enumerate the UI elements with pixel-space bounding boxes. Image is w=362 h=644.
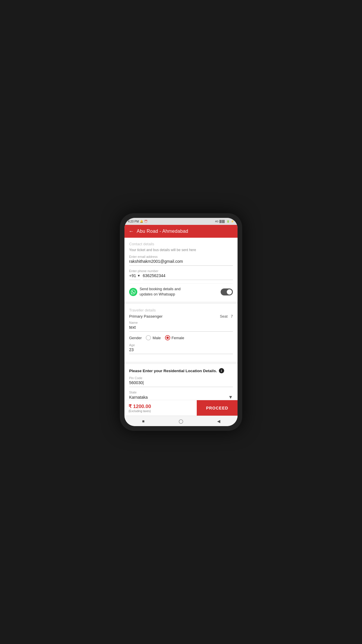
female-label: Female — [172, 336, 184, 340]
age-label: Age — [129, 343, 233, 347]
proceed-button[interactable]: PROCEED — [197, 400, 238, 416]
price-value: 1200.00 — [133, 404, 151, 409]
location-section: Please Enter your Residential Location D… — [124, 364, 238, 400]
whatsapp-row: Send booking details and updates on What… — [129, 284, 233, 299]
phone-row: +91 ▼ 6362562344 — [129, 273, 233, 280]
contact-details-section: Contact details Your ticket and bus deta… — [124, 238, 238, 302]
email-input[interactable]: rakshithakm2001@gmail.com — [129, 259, 233, 266]
section-divider-1 — [124, 302, 238, 304]
battery-icon: 🔋 — [226, 220, 230, 223]
dropdown-arrow-icon: ▼ — [137, 274, 140, 277]
clock-icon: ⏰ — [144, 220, 147, 223]
signal-icon: ▌▌▌ — [220, 220, 225, 223]
location-title: Please Enter your Residential Location D… — [129, 368, 233, 373]
name-label: Name — [129, 321, 233, 324]
traveller-section: Traveller details Primary Passenger Seat… — [124, 304, 238, 362]
section-divider-2 — [124, 362, 238, 364]
state-value: Karnataka — [129, 395, 148, 400]
alarm-icon: 🔔 — [140, 220, 143, 223]
whatsapp-left: Send booking details and updates on What… — [129, 287, 192, 297]
price-amount: ₹ 1200.00 — [129, 403, 197, 410]
page-title: Abu Road - Ahmedabad — [137, 229, 188, 234]
seat-number: 7 — [231, 314, 233, 318]
chevron-down-icon: ▼ — [228, 395, 233, 400]
gender-label: Gender — [129, 336, 142, 340]
price-section: ₹ 1200.00 (Excluding taxes) — [124, 403, 197, 413]
nav-bar: ■ ◯ ◀ — [124, 416, 238, 426]
phone-number-input[interactable]: 6362562344 — [143, 273, 233, 280]
male-label: Male — [152, 336, 161, 340]
contact-section-title: Contact details — [129, 242, 233, 246]
pincode-value: 560030 — [129, 380, 143, 385]
passenger-header: Primary Passenger Seat 7 — [129, 314, 233, 318]
cursor — [143, 381, 144, 385]
phone-frame: 4:20 PM 🔔 ⏰ 4G ▌▌▌ 🔋 ⚡ ← Abu Road - Ahme… — [120, 213, 242, 431]
email-label: Enter email address — [129, 255, 233, 258]
time-display: 4:20 PM — [128, 220, 139, 223]
whatsapp-text: Send booking details and updates on What… — [140, 287, 192, 297]
whatsapp-toggle[interactable] — [221, 288, 233, 295]
pincode-input[interactable]: 560030 — [129, 380, 233, 387]
currency-symbol: ₹ — [129, 404, 132, 409]
passenger-label: Primary Passenger — [129, 314, 163, 318]
age-input[interactable]: 23 — [129, 347, 233, 354]
status-bar: 4:20 PM 🔔 ⏰ 4G ▌▌▌ 🔋 ⚡ — [124, 218, 238, 225]
price-tax: (Excluding taxes) — [129, 410, 197, 413]
state-select[interactable]: Karnataka ▼ — [129, 395, 233, 400]
phone-label: Enter phone number — [129, 269, 233, 273]
male-radio[interactable]: Male — [146, 335, 161, 340]
state-label: State — [129, 391, 233, 394]
traveller-section-title: Traveller details — [129, 308, 233, 312]
name-input[interactable]: text — [129, 325, 233, 332]
pincode-label: Pin Code — [129, 376, 233, 380]
bottom-bar: ₹ 1200.00 (Excluding taxes) PROCEED — [124, 400, 238, 416]
network-icon: 4G — [215, 220, 219, 223]
bluetooth-icon: ⚡ — [231, 220, 234, 223]
female-radio-circle — [165, 335, 170, 340]
male-radio-circle — [146, 335, 151, 340]
seat-label: Seat — [220, 314, 228, 318]
female-radio[interactable]: Female — [165, 335, 184, 340]
home-nav-button[interactable]: ◯ — [178, 418, 184, 424]
status-left: 4:20 PM 🔔 ⏰ — [128, 220, 147, 223]
seat-info: Seat 7 — [220, 314, 233, 318]
info-icon[interactable]: i — [219, 368, 224, 373]
back-button[interactable]: ← — [129, 228, 134, 235]
location-title-text: Please Enter your Residential Location D… — [129, 369, 217, 373]
whatsapp-icon — [129, 288, 137, 296]
country-code-value: +91 — [129, 273, 136, 278]
top-bar: ← Abu Road - Ahmedabad — [124, 225, 238, 238]
square-nav-button[interactable]: ■ — [140, 418, 147, 424]
phone-screen: 4:20 PM 🔔 ⏰ 4G ▌▌▌ 🔋 ⚡ ← Abu Road - Ahme… — [124, 218, 238, 426]
back-nav-button[interactable]: ◀ — [215, 418, 222, 424]
status-right: 4G ▌▌▌ 🔋 ⚡ — [215, 220, 234, 223]
main-content: Contact details Your ticket and bus deta… — [124, 238, 238, 400]
gender-row: Gender Male Female — [129, 335, 233, 340]
country-code-selector[interactable]: +91 ▼ — [129, 273, 140, 280]
contact-section-sub: Your ticket and bus details will be sent… — [129, 248, 233, 252]
